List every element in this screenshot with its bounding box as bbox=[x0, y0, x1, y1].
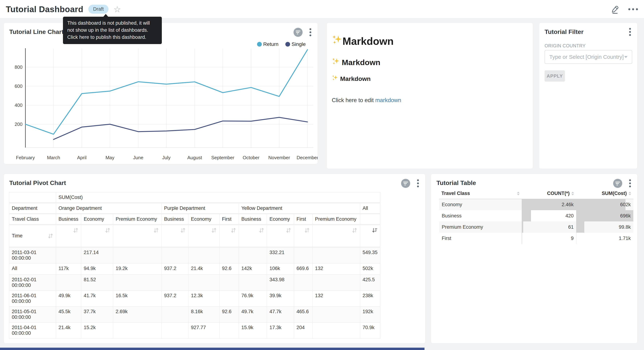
sort-up-down-icon[interactable] bbox=[105, 227, 110, 233]
edit-dashboard-button[interactable] bbox=[610, 4, 620, 14]
kebab-menu-icon[interactable] bbox=[417, 179, 419, 188]
pivot-cell bbox=[294, 247, 312, 263]
filter-indicator-icon[interactable] bbox=[293, 28, 303, 37]
pivot-cell bbox=[219, 274, 239, 290]
pivot-cell bbox=[56, 274, 81, 290]
filter-indicator-icon[interactable] bbox=[613, 179, 622, 188]
column-header-travel-class[interactable]: Travel Class bbox=[439, 190, 522, 199]
value-bar bbox=[576, 222, 584, 233]
tutorial-table: Travel Class COUNT(*) SUM(Cost) Economy2… bbox=[439, 190, 633, 244]
pivot-row-label: 2011-03-01 00:00:00 bbox=[9, 247, 56, 263]
sort-up-down-icon[interactable] bbox=[153, 227, 159, 233]
pivot-row-label: All bbox=[9, 263, 56, 274]
pivot-table: SUM(Cost) Department Orange Department P… bbox=[9, 192, 380, 338]
pivot-cell: 70.9k bbox=[360, 322, 380, 338]
svg-text:May: May bbox=[106, 155, 114, 160]
pivot-cell: 37.7k bbox=[81, 306, 113, 322]
kebab-menu-icon[interactable] bbox=[309, 28, 312, 37]
markdown-edit-link[interactable]: markdown bbox=[375, 97, 401, 103]
pivot-cell bbox=[239, 247, 267, 263]
pivot-cell: 192k bbox=[360, 306, 380, 322]
pivot-row-label: 2011-05-01 00:00:00 bbox=[9, 306, 56, 322]
sort-up-down-icon[interactable] bbox=[230, 227, 236, 233]
pivot-cell: 92.6 bbox=[219, 306, 239, 322]
sort-up-down-icon[interactable] bbox=[73, 227, 78, 233]
panel-markdown[interactable]: Markdown Markdown Markdown Click here to… bbox=[326, 23, 533, 169]
pivot-row: 2011-03-01 00:00:00217.14332.21549.35 bbox=[9, 247, 380, 263]
pivot-cell: 16.5k bbox=[113, 290, 162, 306]
pivot-cell: 549.35 bbox=[360, 247, 380, 263]
value-bar bbox=[576, 199, 626, 210]
pivot-cell bbox=[113, 247, 162, 263]
ellipsis-menu-icon bbox=[628, 8, 638, 10]
markdown-h2: Markdown bbox=[332, 58, 527, 67]
sum-cell: 1.71k bbox=[576, 233, 633, 244]
pivot-cell: 39.9k bbox=[267, 290, 294, 306]
page-title: Tutorial Dashboard bbox=[6, 4, 83, 14]
sort-up-down-icon[interactable] bbox=[352, 227, 357, 233]
sparkles-icon bbox=[332, 35, 342, 48]
pivot-header-class-row: Travel Class Business Economy Premium Ec… bbox=[9, 214, 380, 225]
pivot-time-header: Time bbox=[9, 225, 56, 247]
markdown-h1: Markdown bbox=[332, 35, 527, 48]
pivot-row-label: 2011-06-01 00:00:00 bbox=[9, 290, 56, 306]
pivot-cell: 45.5k bbox=[56, 306, 81, 322]
count-cell: 9 bbox=[522, 233, 576, 244]
pivot-class-label bbox=[360, 214, 380, 225]
pivot-row: 2011-06-01 00:00:0049.9k41.7k16.5k937.21… bbox=[9, 290, 380, 306]
column-header-count[interactable]: COUNT(*) bbox=[522, 190, 576, 199]
column-label: SUM(Cost) bbox=[602, 190, 627, 196]
markdown-h1-text: Markdown bbox=[342, 35, 394, 47]
sort-up-down-icon[interactable] bbox=[258, 227, 264, 233]
pivot-class-label: Economy bbox=[267, 214, 294, 225]
star-icon[interactable]: ☆ bbox=[114, 5, 121, 14]
pivot-row: 2011-04-01 00:00:0021.4k15.2k927.7715.9k… bbox=[9, 322, 380, 338]
pivot-row: All117k94.9k19.2k937.221.4k92.6142k106k6… bbox=[9, 263, 380, 274]
pivot-cell bbox=[294, 274, 312, 290]
pivot-cell bbox=[219, 290, 239, 306]
value-bar bbox=[522, 233, 522, 244]
cell-value: 61 bbox=[568, 224, 574, 230]
more-actions-button[interactable] bbox=[628, 8, 638, 10]
pivot-cell: 12.3k bbox=[188, 290, 219, 306]
svg-text:200: 200 bbox=[15, 122, 22, 127]
kebab-menu-icon[interactable] bbox=[629, 28, 631, 36]
travel-class-cell: Premium Economy bbox=[439, 222, 522, 233]
svg-text:February: February bbox=[16, 155, 35, 160]
draft-badge[interactable]: Draft bbox=[88, 5, 108, 14]
value-bar bbox=[522, 210, 531, 222]
pivot-cell bbox=[294, 290, 312, 306]
svg-text:800: 800 bbox=[15, 64, 22, 70]
pivot-cell: 19.2k bbox=[113, 263, 162, 274]
pivot-time-label: Time bbox=[12, 233, 22, 239]
sort-up-down-icon[interactable] bbox=[48, 233, 53, 239]
column-label: COUNT(*) bbox=[547, 190, 570, 196]
select-placeholder: Type or Select [Origin Country] bbox=[549, 54, 624, 60]
pivot-cell: 47.7k bbox=[267, 306, 294, 322]
panel-table: Tutorial Table Travel Class COUNT(*) bbox=[431, 174, 638, 344]
pivot-class-label: Business bbox=[239, 214, 267, 225]
filter-indicator-icon[interactable] bbox=[401, 179, 410, 188]
column-header-sum-cost[interactable]: SUM(Cost) bbox=[576, 190, 633, 199]
markdown-h2-text: Markdown bbox=[342, 58, 380, 67]
apply-button[interactable]: APPLY bbox=[544, 70, 565, 82]
pivot-class-label: First bbox=[294, 214, 312, 225]
pivot-chart-title: Tutorial Pivot Chart bbox=[9, 179, 66, 186]
pivot-cell bbox=[188, 247, 219, 263]
pivot-cell bbox=[239, 274, 267, 290]
sort-descending-icon[interactable] bbox=[372, 227, 378, 233]
origin-country-select[interactable]: Type or Select [Origin Country] bbox=[544, 50, 632, 64]
kebab-menu-icon[interactable] bbox=[629, 179, 631, 188]
markdown-paragraph-text: Click here to edit bbox=[332, 97, 375, 103]
sort-up-down-icon[interactable] bbox=[304, 227, 310, 233]
sort-up-down-icon[interactable] bbox=[211, 227, 217, 233]
sort-up-down-icon[interactable] bbox=[180, 227, 186, 233]
column-label: Travel Class bbox=[441, 190, 470, 196]
cell-value: 1.71k bbox=[619, 236, 631, 241]
horizontal-scrollbar[interactable] bbox=[0, 348, 424, 350]
table-row: Economy2.46k602k bbox=[439, 199, 633, 210]
sort-up-down-icon[interactable] bbox=[286, 227, 291, 233]
pivot-cell: 343.98 bbox=[267, 274, 294, 290]
pivot-class-label: Economy bbox=[188, 214, 219, 225]
pivot-row-dimension: Department bbox=[9, 203, 56, 214]
